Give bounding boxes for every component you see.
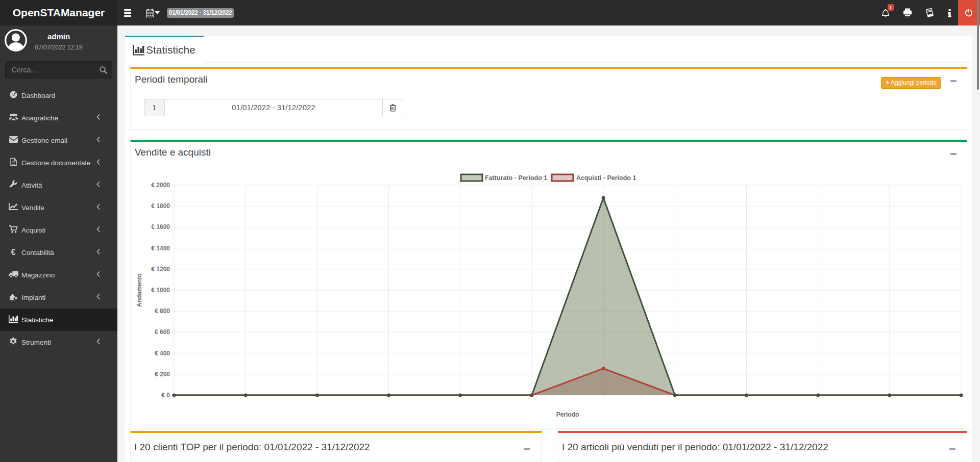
svg-text:Fatturato - Periodo 1: Fatturato - Periodo 1	[485, 174, 547, 182]
svg-text:Acquisti - Periodo 1: Acquisti - Periodo 1	[576, 174, 636, 182]
svg-text:€ 1000: € 1000	[151, 287, 170, 294]
svg-text:€ 1600: € 1600	[151, 223, 170, 230]
svg-text:€ 800: € 800	[155, 307, 170, 315]
svg-text:€ 2000: € 2000	[151, 182, 170, 189]
svg-text:€ 1200: € 1200	[151, 266, 170, 273]
svg-text:€ 0: € 0	[161, 392, 170, 399]
svg-text:€ 200: € 200	[155, 371, 170, 378]
svg-text:€ 600: € 600	[155, 328, 170, 336]
svg-text:Andamento: Andamento	[136, 273, 143, 307]
svg-text:€ 1400: € 1400	[151, 245, 170, 252]
svg-text:Periodo: Periodo	[556, 411, 579, 418]
svg-text:€ 1800: € 1800	[151, 202, 170, 210]
svg-text:€ 400: € 400	[155, 350, 170, 357]
